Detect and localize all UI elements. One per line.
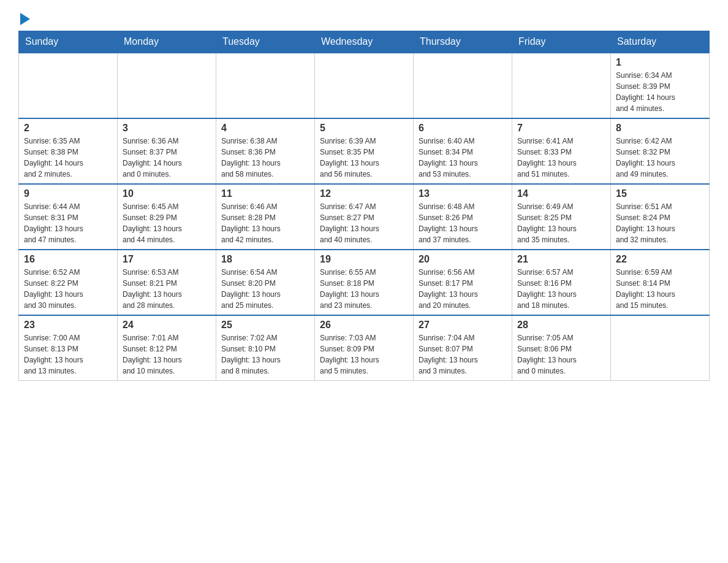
- calendar-cell: 23Sunrise: 7:00 AM Sunset: 8:13 PM Dayli…: [19, 315, 118, 381]
- calendar-week-3: 9Sunrise: 6:44 AM Sunset: 8:31 PM Daylig…: [19, 184, 710, 250]
- page-header: [18, 12, 710, 25]
- day-info: Sunrise: 6:59 AM Sunset: 8:14 PM Dayligh…: [616, 267, 704, 311]
- calendar-cell: 2Sunrise: 6:35 AM Sunset: 8:38 PM Daylig…: [19, 118, 118, 184]
- day-info: Sunrise: 6:46 AM Sunset: 8:28 PM Dayligh…: [221, 201, 309, 245]
- day-info: Sunrise: 6:51 AM Sunset: 8:24 PM Dayligh…: [616, 201, 704, 245]
- day-info: Sunrise: 6:34 AM Sunset: 8:39 PM Dayligh…: [616, 70, 704, 114]
- calendar-week-5: 23Sunrise: 7:00 AM Sunset: 8:13 PM Dayli…: [19, 315, 710, 381]
- day-number: 7: [517, 123, 605, 134]
- day-number: 16: [24, 254, 112, 265]
- day-info: Sunrise: 6:53 AM Sunset: 8:21 PM Dayligh…: [123, 267, 211, 311]
- calendar-cell: [611, 315, 710, 381]
- calendar-week-4: 16Sunrise: 6:52 AM Sunset: 8:22 PM Dayli…: [19, 250, 710, 315]
- calendar-cell: 21Sunrise: 6:57 AM Sunset: 8:16 PM Dayli…: [512, 250, 611, 315]
- calendar-cell: 3Sunrise: 6:36 AM Sunset: 8:37 PM Daylig…: [118, 118, 216, 184]
- calendar-cell: 17Sunrise: 6:53 AM Sunset: 8:21 PM Dayli…: [118, 250, 216, 315]
- logo-triangle-icon: [20, 13, 30, 25]
- calendar-cell: [118, 53, 216, 118]
- day-info: Sunrise: 7:04 AM Sunset: 8:07 PM Dayligh…: [419, 332, 507, 377]
- day-number: 10: [123, 188, 211, 199]
- day-number: 26: [320, 320, 408, 331]
- day-number: 22: [616, 254, 704, 265]
- day-number: 1: [616, 57, 704, 68]
- calendar-cell: 26Sunrise: 7:03 AM Sunset: 8:09 PM Dayli…: [315, 315, 414, 381]
- day-info: Sunrise: 6:44 AM Sunset: 8:31 PM Dayligh…: [24, 201, 112, 245]
- weekday-header-thursday: Thursday: [414, 31, 512, 53]
- calendar-cell: 16Sunrise: 6:52 AM Sunset: 8:22 PM Dayli…: [19, 250, 118, 315]
- day-number: 24: [123, 320, 211, 331]
- day-number: 28: [517, 320, 605, 331]
- day-info: Sunrise: 6:36 AM Sunset: 8:37 PM Dayligh…: [123, 136, 211, 180]
- calendar-cell: 7Sunrise: 6:41 AM Sunset: 8:33 PM Daylig…: [512, 118, 611, 184]
- weekday-header-wednesday: Wednesday: [315, 31, 414, 53]
- calendar-cell: 18Sunrise: 6:54 AM Sunset: 8:20 PM Dayli…: [216, 250, 315, 315]
- calendar-week-2: 2Sunrise: 6:35 AM Sunset: 8:38 PM Daylig…: [19, 118, 710, 184]
- calendar-cell: 9Sunrise: 6:44 AM Sunset: 8:31 PM Daylig…: [19, 184, 118, 250]
- day-number: 25: [221, 320, 309, 331]
- day-number: 14: [517, 188, 605, 199]
- calendar-cell: 28Sunrise: 7:05 AM Sunset: 8:06 PM Dayli…: [512, 315, 611, 381]
- day-info: Sunrise: 7:05 AM Sunset: 8:06 PM Dayligh…: [517, 332, 605, 377]
- weekday-header-tuesday: Tuesday: [216, 31, 315, 53]
- weekday-header-sunday: Sunday: [19, 31, 118, 53]
- day-info: Sunrise: 7:00 AM Sunset: 8:13 PM Dayligh…: [24, 332, 112, 377]
- weekday-header-monday: Monday: [118, 31, 216, 53]
- day-info: Sunrise: 6:56 AM Sunset: 8:17 PM Dayligh…: [419, 267, 507, 311]
- day-number: 5: [320, 123, 408, 134]
- weekday-header-saturday: Saturday: [611, 31, 710, 53]
- calendar-cell: 4Sunrise: 6:38 AM Sunset: 8:36 PM Daylig…: [216, 118, 315, 184]
- calendar-cell: 24Sunrise: 7:01 AM Sunset: 8:12 PM Dayli…: [118, 315, 216, 381]
- day-info: Sunrise: 7:03 AM Sunset: 8:09 PM Dayligh…: [320, 332, 408, 377]
- day-number: 15: [616, 188, 704, 199]
- calendar-cell: [414, 53, 512, 118]
- day-number: 23: [24, 320, 112, 331]
- calendar-cell: 13Sunrise: 6:48 AM Sunset: 8:26 PM Dayli…: [414, 184, 512, 250]
- day-info: Sunrise: 6:48 AM Sunset: 8:26 PM Dayligh…: [419, 201, 507, 245]
- day-info: Sunrise: 6:54 AM Sunset: 8:20 PM Dayligh…: [221, 267, 309, 311]
- calendar-cell: 12Sunrise: 6:47 AM Sunset: 8:27 PM Dayli…: [315, 184, 414, 250]
- calendar-cell: 10Sunrise: 6:45 AM Sunset: 8:29 PM Dayli…: [118, 184, 216, 250]
- day-info: Sunrise: 7:02 AM Sunset: 8:10 PM Dayligh…: [221, 332, 309, 377]
- day-info: Sunrise: 6:35 AM Sunset: 8:38 PM Dayligh…: [24, 136, 112, 180]
- calendar-cell: 11Sunrise: 6:46 AM Sunset: 8:28 PM Dayli…: [216, 184, 315, 250]
- calendar-header: SundayMondayTuesdayWednesdayThursdayFrid…: [19, 31, 710, 53]
- day-number: 4: [221, 123, 309, 134]
- day-number: 18: [221, 254, 309, 265]
- day-number: 11: [221, 188, 309, 199]
- day-number: 13: [419, 188, 507, 199]
- day-info: Sunrise: 6:52 AM Sunset: 8:22 PM Dayligh…: [24, 267, 112, 311]
- calendar-cell: 8Sunrise: 6:42 AM Sunset: 8:32 PM Daylig…: [611, 118, 710, 184]
- day-info: Sunrise: 6:49 AM Sunset: 8:25 PM Dayligh…: [517, 201, 605, 245]
- day-number: 2: [24, 123, 112, 134]
- day-number: 21: [517, 254, 605, 265]
- day-info: Sunrise: 6:42 AM Sunset: 8:32 PM Dayligh…: [616, 136, 704, 180]
- day-number: 8: [616, 123, 704, 134]
- calendar-cell: [512, 53, 611, 118]
- day-number: 20: [419, 254, 507, 265]
- day-info: Sunrise: 6:47 AM Sunset: 8:27 PM Dayligh…: [320, 201, 408, 245]
- day-info: Sunrise: 6:57 AM Sunset: 8:16 PM Dayligh…: [517, 267, 605, 311]
- day-number: 3: [123, 123, 211, 134]
- calendar-table: SundayMondayTuesdayWednesdayThursdayFrid…: [18, 31, 710, 381]
- day-number: 9: [24, 188, 112, 199]
- calendar-cell: 27Sunrise: 7:04 AM Sunset: 8:07 PM Dayli…: [414, 315, 512, 381]
- calendar-cell: [315, 53, 414, 118]
- calendar-cell: 6Sunrise: 6:40 AM Sunset: 8:34 PM Daylig…: [414, 118, 512, 184]
- day-number: 27: [419, 320, 507, 331]
- calendar-cell: 5Sunrise: 6:39 AM Sunset: 8:35 PM Daylig…: [315, 118, 414, 184]
- calendar-cell: 20Sunrise: 6:56 AM Sunset: 8:17 PM Dayli…: [414, 250, 512, 315]
- calendar-cell: 22Sunrise: 6:59 AM Sunset: 8:14 PM Dayli…: [611, 250, 710, 315]
- calendar-cell: 14Sunrise: 6:49 AM Sunset: 8:25 PM Dayli…: [512, 184, 611, 250]
- day-info: Sunrise: 7:01 AM Sunset: 8:12 PM Dayligh…: [123, 332, 211, 377]
- day-number: 17: [123, 254, 211, 265]
- day-number: 6: [419, 123, 507, 134]
- day-info: Sunrise: 6:45 AM Sunset: 8:29 PM Dayligh…: [123, 201, 211, 245]
- day-info: Sunrise: 6:41 AM Sunset: 8:33 PM Dayligh…: [517, 136, 605, 180]
- weekday-header-friday: Friday: [512, 31, 611, 53]
- calendar-body: 1Sunrise: 6:34 AM Sunset: 8:39 PM Daylig…: [19, 53, 710, 381]
- calendar-cell: 15Sunrise: 6:51 AM Sunset: 8:24 PM Dayli…: [611, 184, 710, 250]
- day-info: Sunrise: 6:39 AM Sunset: 8:35 PM Dayligh…: [320, 136, 408, 180]
- calendar-cell: [216, 53, 315, 118]
- day-info: Sunrise: 6:40 AM Sunset: 8:34 PM Dayligh…: [419, 136, 507, 180]
- logo: [18, 12, 30, 25]
